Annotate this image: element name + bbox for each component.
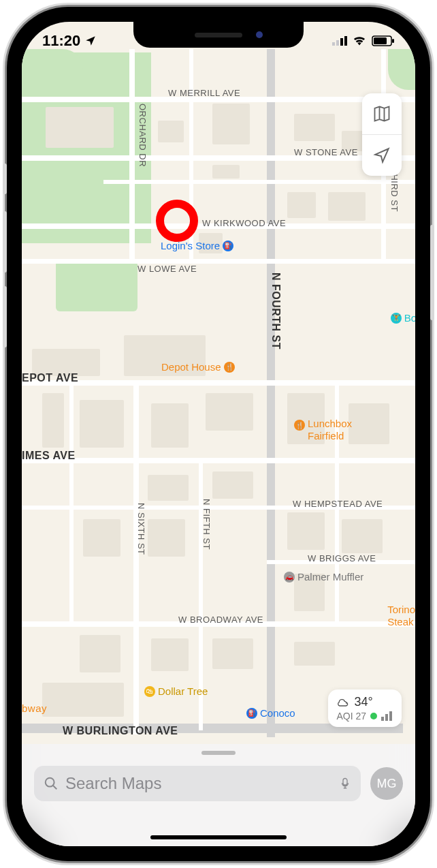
svg-rect-9 <box>389 711 392 721</box>
battery-icon <box>372 35 395 46</box>
bottom-sheet[interactable]: Search Maps MG <box>22 744 415 846</box>
street-w-burlington: W BURLINGTON AVE <box>63 725 178 737</box>
street-n-sixth: N SIXTH ST <box>136 503 146 555</box>
map-mode-icon <box>372 104 391 123</box>
poi-label: Login's Store <box>161 240 220 251</box>
street-depot: EPOT AVE <box>22 372 78 384</box>
svg-rect-0 <box>332 42 335 46</box>
grabber-icon[interactable] <box>201 751 236 755</box>
shopping-icon: 🛍 <box>144 686 155 697</box>
poi-lunchbox[interactable]: 🍴 Lunchbox Fairfield <box>294 418 352 442</box>
poi-label: Palmer Muffler <box>297 571 363 583</box>
car-icon: 🚗 <box>284 572 295 583</box>
restaurant-icon: 🍴 <box>294 420 305 431</box>
svg-rect-6 <box>392 39 394 43</box>
svg-rect-1 <box>336 40 339 46</box>
search-input[interactable]: Search Maps <box>34 766 361 801</box>
profile-initials: MG <box>377 777 397 791</box>
svg-point-10 <box>46 778 54 787</box>
home-indicator[interactable] <box>150 835 287 839</box>
street-orchard: ORCHARD DR <box>137 104 148 167</box>
fuel-icon: ⛽ <box>246 708 257 719</box>
location-arrow-icon <box>84 35 97 47</box>
restaurant-icon: 🍴 <box>224 362 235 373</box>
street-grimes: IMES AVE <box>22 450 76 462</box>
cloud-icon <box>336 696 350 709</box>
street-w-lowe: W LOWE AVE <box>137 264 197 274</box>
poi-depot-house[interactable]: Depot House 🍴 <box>161 361 235 373</box>
poi-label: Conoco <box>260 707 295 719</box>
street-n-fourth: N FOURTH ST <box>270 273 282 350</box>
notch <box>133 22 304 48</box>
aqi-dot <box>370 713 377 719</box>
profile-avatar[interactable]: MG <box>370 767 403 800</box>
screen: 11:20 <box>22 22 415 846</box>
poi-label: Dollar Tree <box>158 685 208 697</box>
locate-me-button[interactable] <box>362 135 402 176</box>
fuel-icon: ⛽ <box>223 241 233 251</box>
map-controls <box>362 93 402 176</box>
svg-rect-8 <box>385 714 388 721</box>
street-w-merrill: W MERRILL AVE <box>168 88 240 98</box>
poi-label: Bo <box>404 312 415 324</box>
street-n-fifth: N FIFTH ST <box>201 499 212 550</box>
street-w-kirkwood: W KIRKWOOD AVE <box>202 218 286 228</box>
poi-torino[interactable]: Torino Steak <box>387 604 415 628</box>
svg-rect-5 <box>374 37 387 44</box>
poi-label: Torino Steak <box>387 604 415 628</box>
street-w-hempstead: W HEMPSTEAD AVE <box>293 499 383 509</box>
bar-mini-icon <box>381 711 393 721</box>
cell-signal-icon <box>332 36 347 46</box>
street-w-broadway: W BROADWAY AVE <box>178 615 263 625</box>
wifi-icon <box>352 35 367 47</box>
poi-logins-store[interactable]: Login's Store ⛽ <box>161 240 233 251</box>
svg-rect-3 <box>344 36 347 46</box>
poi-conoco[interactable]: ⛽ Conoco <box>246 707 295 719</box>
highlight-circle <box>156 200 198 242</box>
map-mode-button[interactable] <box>362 93 402 134</box>
svg-rect-2 <box>340 38 343 46</box>
street-w-stone: W STONE AVE <box>294 147 358 157</box>
svg-rect-7 <box>381 717 384 721</box>
weather-temp: 34° <box>354 695 372 709</box>
poi-label: Depot House <box>161 361 221 373</box>
svg-line-11 <box>53 786 57 790</box>
weather-widget[interactable]: 34° AQI 27 <box>328 689 402 727</box>
status-time: 11:20 <box>42 32 80 50</box>
weather-aqi-label: AQI 27 <box>336 711 366 722</box>
poi-palmer[interactable]: 🚗 Palmer Muffler <box>284 571 363 583</box>
microphone-icon[interactable] <box>339 775 351 792</box>
poi-dollar-tree[interactable]: 🛍 Dollar Tree <box>144 685 208 697</box>
poi-label: Lunchbox Fairfield <box>308 418 352 442</box>
phone-frame: 11:20 <box>7 7 430 861</box>
location-arrow-icon <box>373 146 391 164</box>
fitness-icon: 🏋 <box>391 313 402 324</box>
clipped-bway: bway <box>22 702 47 714</box>
poi-bo[interactable]: 🏋 Bo <box>391 312 415 324</box>
street-w-briggs: W BRIGGS AVE <box>308 553 376 563</box>
search-icon <box>44 776 59 791</box>
search-placeholder: Search Maps <box>65 774 161 793</box>
